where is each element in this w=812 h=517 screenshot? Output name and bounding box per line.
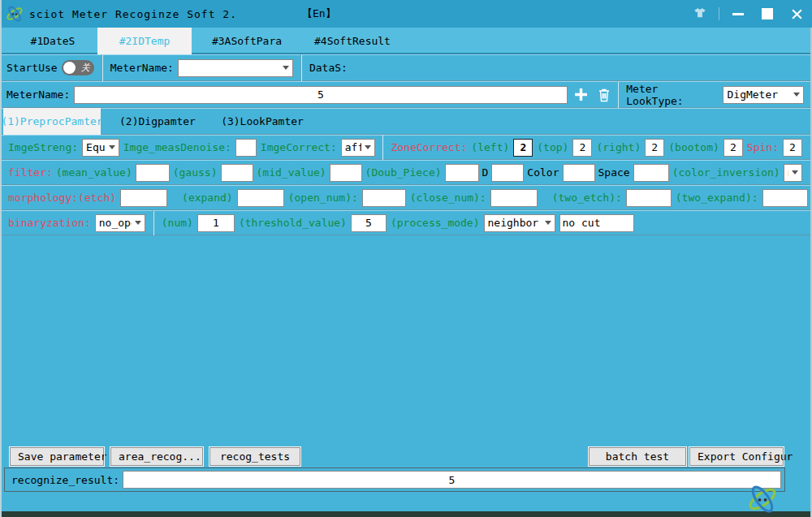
color-input[interactable] bbox=[563, 164, 595, 182]
two-expand-label: (two_expand): bbox=[676, 192, 758, 204]
parameter-tab-bar: (1)PreprocPamter (2)Digpamter (3)LookPam… bbox=[2, 108, 810, 135]
chevron-down-icon bbox=[792, 170, 798, 174]
morphology-label: morphology:(etch) bbox=[8, 192, 116, 204]
threshold-input[interactable] bbox=[351, 214, 387, 232]
process-mode-select[interactable]: neighbor bbox=[484, 214, 555, 232]
zone-top-input[interactable] bbox=[572, 139, 592, 157]
maximize-button[interactable] bbox=[757, 3, 778, 24]
meter-name-select-label: MeterName: bbox=[110, 62, 174, 74]
zone-left-input[interactable] bbox=[513, 139, 533, 157]
tab-digpamter[interactable]: (2)Digpamter bbox=[106, 108, 209, 135]
save-parameter-button[interactable]: Save parameter bbox=[10, 447, 104, 466]
meter-name-select[interactable] bbox=[178, 59, 293, 77]
controls-divider bbox=[719, 7, 719, 20]
d-label: D bbox=[482, 166, 489, 179]
tab-lookpamter[interactable]: (3)LookPamter bbox=[213, 108, 312, 135]
space-input[interactable] bbox=[633, 164, 669, 182]
space-label: Space bbox=[598, 166, 630, 179]
open-num-input[interactable] bbox=[362, 189, 406, 207]
chevron-down-icon bbox=[793, 93, 800, 97]
language-badge[interactable]: 【En】 bbox=[302, 6, 336, 21]
skin-theme-icon[interactable] bbox=[689, 3, 710, 24]
denoise-input[interactable] bbox=[235, 139, 257, 157]
divider bbox=[102, 54, 103, 81]
imgecorrect-label: ImgeCorrect: bbox=[261, 141, 337, 153]
meter-name-input[interactable] bbox=[74, 86, 567, 104]
spin-label: Spin: bbox=[747, 141, 779, 153]
color-label: Color bbox=[527, 166, 559, 179]
meter-look-type-select[interactable]: DigMeter bbox=[723, 86, 804, 104]
mean-value-label: (mean_value) bbox=[56, 166, 132, 179]
tab-3asoftpara[interactable]: #3ASoftPara bbox=[197, 28, 297, 54]
denoise-label: Imge_measDenoise: bbox=[123, 141, 231, 153]
cut-mode-input[interactable] bbox=[559, 214, 634, 232]
expand-input[interactable] bbox=[237, 189, 284, 207]
tab-2idtemp[interactable]: #2IDTemp bbox=[97, 28, 192, 54]
two-expand-input[interactable] bbox=[762, 189, 808, 207]
delete-meter-button[interactable] bbox=[594, 85, 613, 105]
morphology-row: morphology:(etch) (expand) (open_num): (… bbox=[2, 185, 810, 210]
action-buttons-row: Save parameter area_recog... recog_tests… bbox=[2, 445, 810, 467]
expand-label: (expand) bbox=[182, 192, 233, 204]
open-num-label: (open_num): bbox=[288, 192, 358, 204]
recognize-result-panel: recognize_result: bbox=[4, 467, 785, 492]
recog-tests-button[interactable]: recog_tests bbox=[209, 447, 300, 466]
imgecorrect-select[interactable]: affine bbox=[341, 139, 376, 157]
meter-name-label: MeterName: bbox=[6, 88, 70, 101]
imgestreng-label: ImgeStreng: bbox=[8, 141, 78, 153]
num-input[interactable] bbox=[197, 214, 235, 232]
app-window: sciot Meter Recoginze Soft 2. 【En】 #1Dat… bbox=[0, 0, 812, 517]
chevron-down-icon bbox=[545, 221, 551, 225]
binaryzation-row: binaryzation: no_ope (num) (threshold_va… bbox=[2, 210, 810, 235]
zone-right-input[interactable] bbox=[645, 139, 664, 157]
recognize-result-input[interactable] bbox=[123, 471, 781, 489]
datas-label: DataS: bbox=[309, 62, 348, 74]
mid-value-label: (mid_value) bbox=[257, 166, 326, 179]
divider bbox=[382, 135, 383, 160]
close-num-input[interactable] bbox=[490, 189, 538, 207]
spin-input[interactable] bbox=[783, 139, 802, 157]
tab-4softresult[interactable]: #4SoftResult bbox=[300, 28, 404, 54]
mid-value-input[interactable] bbox=[330, 164, 362, 182]
d-input[interactable] bbox=[491, 164, 524, 182]
app-logo-icon bbox=[744, 482, 781, 516]
zonecorrect-label: ZoneCorrect: bbox=[391, 141, 467, 153]
doub-piece-input[interactable] bbox=[445, 164, 479, 182]
divider bbox=[153, 210, 154, 235]
window-border-left bbox=[0, 0, 2, 517]
start-use-label: StartUse bbox=[6, 62, 58, 74]
zone-bottom-label: (bootom) bbox=[668, 141, 719, 153]
etch-input[interactable] bbox=[120, 189, 167, 207]
batch-test-button[interactable]: batch test bbox=[589, 447, 686, 466]
toggle-state-label: 关 bbox=[81, 60, 90, 75]
binaryzation-mode-select[interactable]: no_ope bbox=[95, 214, 145, 232]
minimize-button[interactable] bbox=[728, 3, 749, 24]
toggle-knob-icon bbox=[63, 62, 76, 74]
window-border-bottom bbox=[0, 511, 812, 517]
main-tab-bar: #1DateS #2IDTemp #3ASoftPara #4SoftResul… bbox=[2, 28, 810, 54]
tab-1dates[interactable]: #1DateS bbox=[8, 28, 97, 54]
num-label: (num) bbox=[162, 217, 193, 229]
add-meter-button[interactable] bbox=[572, 85, 590, 105]
close-button[interactable] bbox=[786, 3, 807, 24]
start-use-row: StartUse 关 MeterName: DataS: bbox=[2, 54, 810, 81]
imgestreng-select[interactable]: EquaLum bbox=[82, 139, 119, 157]
chevron-down-icon bbox=[109, 145, 115, 149]
area-recog-button[interactable]: area_recog... bbox=[110, 447, 203, 466]
two-etch-input[interactable] bbox=[626, 189, 672, 207]
zone-left-label: (left) bbox=[471, 141, 509, 153]
zone-bottom-input[interactable] bbox=[723, 139, 743, 157]
app-logo-icon bbox=[5, 4, 24, 24]
mean-value-input[interactable] bbox=[136, 164, 170, 182]
color-inversion-select[interactable]: not bbox=[784, 164, 802, 182]
process-mode-label: (process_mode) bbox=[391, 217, 480, 229]
window-controls bbox=[689, 3, 807, 24]
gauss-input[interactable] bbox=[221, 164, 253, 182]
look-type-label: Meter LookType: bbox=[626, 83, 719, 107]
start-use-toggle[interactable]: 关 bbox=[62, 60, 94, 75]
tab-preproc-pamter[interactable]: (1)PreprocPamter bbox=[3, 108, 101, 135]
image-strength-row: ImgeStreng: EquaLum Imge_measDenoise: Im… bbox=[2, 135, 810, 160]
export-configur-button[interactable]: Export Configur bbox=[689, 447, 784, 466]
binaryzation-label: binaryzation: bbox=[8, 217, 91, 229]
gauss-label: (gauss) bbox=[173, 166, 218, 179]
